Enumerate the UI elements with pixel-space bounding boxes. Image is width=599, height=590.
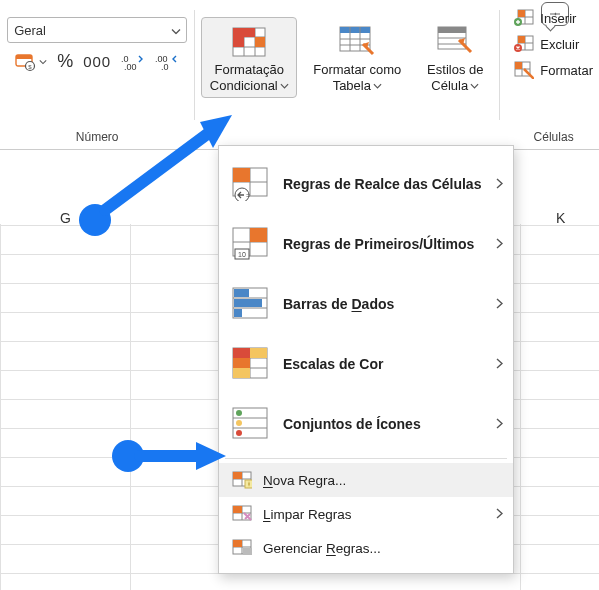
svg-text:=: = [246, 192, 250, 199]
menu-label: Regras de Realce das Células [283, 176, 488, 192]
menu-label: Escalas de Cor [283, 356, 488, 372]
svg-rect-64 [250, 348, 267, 358]
svg-text:.00: .00 [124, 62, 137, 71]
chevron-down-icon [280, 83, 289, 89]
number-group-label: Número [76, 130, 119, 144]
format-as-table-button[interactable]: Formatar como Tabela [309, 17, 405, 98]
menu-separator [225, 458, 507, 459]
format-button[interactable]: Formatar [514, 61, 593, 79]
manage-rules-icon [231, 538, 253, 558]
chevron-down-icon [39, 59, 47, 65]
svg-rect-65 [233, 358, 250, 368]
styles-group-3: Estilos de Célula [411, 5, 499, 150]
format-as-table-label1: Formatar como [313, 62, 401, 78]
svg-rect-16 [255, 37, 265, 47]
menu-manage-rules[interactable]: Gerenciar Regras... [219, 531, 513, 565]
insert-button[interactable]: Inserir [514, 9, 576, 27]
gridline [0, 224, 1, 590]
menu-label: Gerenciar Regras... [263, 541, 381, 556]
cells-group: Inserir Excluir Formatar Células [500, 5, 599, 150]
currency-button[interactable]: $ [15, 52, 47, 72]
chevron-right-icon [496, 417, 503, 432]
svg-point-72 [236, 430, 242, 436]
currency-icon: $ [15, 52, 37, 72]
delete-cells-icon [514, 35, 534, 53]
icon-sets-icon [231, 405, 269, 443]
chevron-right-icon [496, 297, 503, 312]
svg-rect-35 [518, 36, 525, 43]
styles-group-1: Formatação Condicional [195, 5, 303, 150]
menu-new-rule[interactable]: Nova Regra... [219, 463, 513, 497]
svg-rect-76 [233, 472, 242, 479]
delete-label: Excluir [540, 37, 579, 52]
number-format-select[interactable] [7, 17, 187, 43]
cell-styles-button[interactable]: Estilos de Célula [417, 17, 493, 98]
format-as-table-label2: Tabela [333, 78, 371, 94]
svg-rect-14 [244, 28, 255, 37]
thousands-button[interactable]: 000 [83, 53, 111, 70]
svg-rect-15 [233, 37, 244, 47]
column-header-k[interactable]: K [556, 210, 565, 226]
svg-rect-58 [234, 309, 242, 317]
menu-data-bars[interactable]: Barras de Dados [219, 274, 513, 334]
svg-rect-81 [233, 506, 242, 513]
menu-top-bottom-rules[interactable]: 10 Regras de Primeiros/Últimos [219, 214, 513, 274]
increase-decimal-button[interactable]: .0 .00 [121, 53, 145, 71]
conditional-formatting-label2: Condicional [210, 78, 278, 94]
highlight-cells-icon: = [231, 165, 269, 203]
menu-icon-sets[interactable]: Conjuntos de Ícones [219, 394, 513, 454]
format-label: Formatar [540, 63, 593, 78]
decrease-decimal-button[interactable]: .00 .0 [155, 53, 179, 71]
new-rule-icon [231, 470, 253, 490]
svg-rect-56 [234, 289, 249, 297]
svg-rect-86 [243, 548, 252, 555]
cell-styles-label1: Estilos de [427, 62, 483, 78]
svg-rect-85 [233, 540, 242, 547]
menu-clear-rules[interactable]: Limpar Regras [219, 497, 513, 531]
cell-styles-label2: Célula [431, 78, 468, 94]
percent-button[interactable]: % [57, 51, 73, 72]
color-scales-icon [231, 345, 269, 383]
chevron-down-icon [470, 83, 479, 89]
menu-label: Conjuntos de Ícones [283, 416, 488, 432]
top-bottom-icon: 10 [231, 225, 269, 263]
svg-rect-30 [518, 10, 525, 17]
cells-group-label: Células [534, 130, 574, 144]
menu-highlight-cells-rules[interactable]: = Regras de Realce das Células [219, 154, 513, 214]
svg-rect-44 [233, 168, 250, 182]
chevron-right-icon [496, 237, 503, 252]
svg-rect-13 [233, 28, 244, 37]
decrease-decimal-icon: .00 .0 [155, 53, 179, 71]
svg-rect-18 [340, 27, 370, 33]
svg-rect-1 [16, 55, 32, 59]
svg-rect-24 [438, 27, 466, 33]
svg-rect-57 [234, 299, 262, 307]
conditional-formatting-label1: Formatação [215, 62, 284, 78]
insert-cells-icon [514, 9, 534, 27]
number-group: $ % 000 .0 .00 .00 .0 Número [0, 5, 194, 150]
number-buttons: $ % 000 .0 .00 .00 .0 [15, 51, 179, 72]
chevron-down-icon [373, 83, 382, 89]
format-cells-icon [514, 61, 534, 79]
svg-point-71 [236, 420, 242, 426]
svg-text:10: 10 [238, 251, 246, 258]
column-header-g[interactable]: G [60, 210, 71, 226]
conditional-formatting-menu: = Regras de Realce das Células 10 Regras… [218, 145, 514, 574]
svg-rect-50 [250, 228, 267, 242]
chevron-right-icon [496, 357, 503, 372]
menu-color-scales[interactable]: Escalas de Cor [219, 334, 513, 394]
svg-rect-40 [515, 62, 522, 69]
conditional-formatting-icon [232, 24, 266, 60]
cell-styles-icon [437, 24, 473, 60]
menu-label: Limpar Regras [263, 507, 352, 522]
conditional-formatting-button[interactable]: Formatação Condicional [201, 17, 297, 98]
chevron-right-icon [496, 177, 503, 192]
svg-rect-63 [233, 348, 250, 358]
menu-label: Barras de Dados [283, 296, 488, 312]
delete-button[interactable]: Excluir [514, 35, 579, 53]
gridline [520, 224, 521, 590]
styles-group-2: Formatar como Tabela [303, 5, 411, 150]
clear-rules-icon [231, 504, 253, 524]
format-as-table-icon [339, 24, 375, 60]
number-format-value[interactable] [7, 17, 187, 43]
